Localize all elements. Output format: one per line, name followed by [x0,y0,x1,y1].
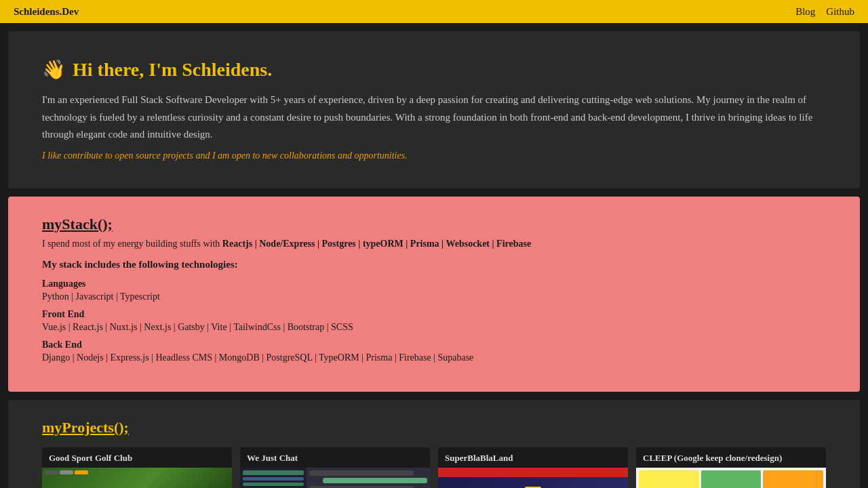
github-link[interactable]: Github [826,6,854,18]
project-thumbnail-golf: Play Golf. Serve Others. Be a Good Sport… [42,468,232,489]
stack-section: myStack(); I spend most of my energy bui… [8,197,860,392]
wave-emoji: 👋 [42,58,66,81]
languages-items: Python | Javascript | Typescript [42,291,826,302]
projects-section: myProjects(); Good Sport Golf Club Play … [8,400,860,489]
project-card-golf[interactable]: Good Sport Golf Club Play Golf. Serve Ot… [42,447,232,489]
stack-technologies: Reactjs | Node/Express | Postgres | type… [222,239,531,249]
stack-intro-prefix: I spend most of my energy building stuff… [42,239,222,249]
stack-heading: My stack includes the following technolo… [42,259,826,270]
project-title-cleep: CLEEP (Google keep clone/redesign) [636,447,826,468]
site-logo[interactable]: Schleidens.Dev [14,6,79,18]
blog-link[interactable]: Blog [795,6,815,18]
project-card-chat[interactable]: We Just Chat [240,447,430,489]
projects-grid: Good Sport Golf Club Play Golf. Serve Ot… [42,447,826,489]
project-title-golf: Good Sport Golf Club [42,447,232,468]
frontend-label: Front End [42,309,826,320]
stack-intro: I spend most of my energy building stuff… [42,239,826,249]
projects-title: myProjects(); [42,419,826,436]
hero-title: 👋 Hi there, I'm Schleidens. [42,58,826,81]
header: Schleidens.Dev Blog Github [0,0,868,23]
frontend-items: Vue.js | React.js | Nuxt.js | Next.js | … [42,322,826,333]
main-nav: Blog Github [795,6,854,18]
project-title-chat: We Just Chat [240,447,430,468]
project-thumbnail-superbla: La chance auxSUPER CADEAU WIN [438,468,628,489]
project-card-cleep[interactable]: CLEEP (Google keep clone/redesign) [636,447,826,489]
hero-title-text: Hi there, I'm Schleidens. [73,59,272,81]
backend-label: Back End [42,340,826,350]
project-title-superbla: SuperBlaBlaLand [438,447,628,468]
hero-description: I'm an experienced Full Stack Software D… [42,92,826,144]
stack-title: myStack(); [42,216,826,233]
hero-cta: I like contribute to open source project… [42,150,826,161]
languages-label: Languages [42,279,826,289]
backend-category: Back End Django | Nodejs | Express.js | … [42,340,826,363]
project-thumbnail-chat [240,468,430,489]
languages-category: Languages Python | Javascript | Typescri… [42,279,826,302]
hero-section: 👋 Hi there, I'm Schleidens. I'm an exper… [8,31,860,188]
project-card-superbla[interactable]: SuperBlaBlaLand La chance auxSUPER CADEA… [438,447,628,489]
project-thumbnail-cleep [636,468,826,489]
frontend-category: Front End Vue.js | React.js | Nuxt.js | … [42,309,826,333]
backend-items: Django | Nodejs | Express.js | Headless … [42,352,826,363]
